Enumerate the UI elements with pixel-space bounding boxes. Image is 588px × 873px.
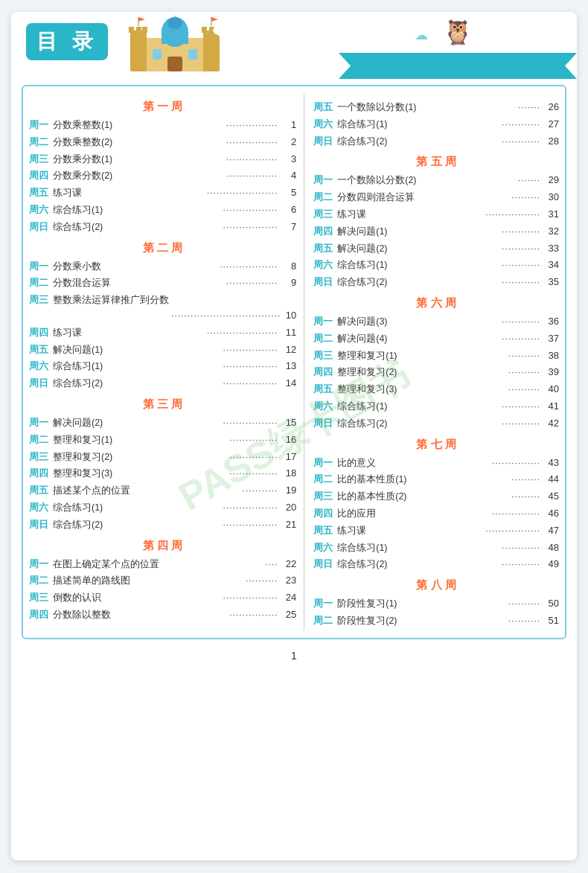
dots: ·································· xyxy=(171,310,283,321)
dots: ·········· xyxy=(440,349,543,363)
dots: ·········· xyxy=(440,597,543,611)
dots: ············ xyxy=(440,258,543,272)
page-num: 25 xyxy=(280,607,296,623)
page-num: 40 xyxy=(543,382,559,397)
day-label: 周日 xyxy=(29,376,51,391)
page-num: 23 xyxy=(280,573,296,589)
dots: ······· xyxy=(440,173,543,188)
page-num: 17 xyxy=(280,450,296,465)
item-text: 综合练习(1) xyxy=(336,540,439,555)
day-label: 周五 xyxy=(313,100,336,115)
list-item: 周五 描述某个点的位置 ··········· 19 xyxy=(29,483,296,499)
page-num: 39 xyxy=(543,365,559,380)
list-item: 周一 比的意义 ··············· 43 xyxy=(313,455,559,471)
item-text: 解决问题(2) xyxy=(336,241,439,256)
day-label: 周二 xyxy=(313,472,336,487)
item-text: 练习课 xyxy=(51,325,166,340)
day-label: 周四 xyxy=(313,365,336,380)
list-item: 周四 整理和复习(3) ··············· 18 xyxy=(29,466,296,482)
page-num: 2 xyxy=(280,135,296,150)
page-num: 33 xyxy=(543,241,559,257)
day-label: 周二 xyxy=(29,275,51,291)
list-item: 周日 综合练习(2) ················· 21 xyxy=(29,517,296,533)
item-text: 比的意义 xyxy=(336,455,439,470)
svg-rect-4 xyxy=(136,27,141,33)
day-label: 周三 xyxy=(313,489,336,505)
page-num: 46 xyxy=(543,506,559,522)
page-num: 6 xyxy=(280,202,296,218)
dots: ········· xyxy=(440,490,543,504)
day-label: 周二 xyxy=(29,573,51,589)
day-label: 周一 xyxy=(29,259,51,275)
list-item: 周四 分数乘分数(2) ················ 4 xyxy=(29,168,296,184)
svg-rect-2 xyxy=(203,31,220,71)
item-text: 综合练习(1) xyxy=(51,500,166,515)
list-item: 周一 解决问题(3) ············ 36 xyxy=(313,314,559,330)
list-item: 周日 综合练习(2) ················· 14 xyxy=(29,376,296,391)
page-num: 12 xyxy=(280,342,296,358)
dots: ··············· xyxy=(440,507,543,521)
day-label: 周四 xyxy=(313,224,336,240)
dots: ·········· xyxy=(440,614,543,628)
list-item: 周一 一个数除以分数(2) ······· 29 xyxy=(313,173,559,188)
list-item: 周三 比的基本性质(2) ········· 45 xyxy=(313,489,559,505)
item-text: 综合练习(1) xyxy=(51,202,166,217)
header-ribbon xyxy=(339,53,577,79)
dots: ················ xyxy=(166,118,280,132)
item-text: 解决问题(1) xyxy=(51,342,166,357)
item-text: 综合练习(2) xyxy=(336,275,439,290)
page-num: 24 xyxy=(280,590,296,606)
page: 目 录 xyxy=(11,12,577,860)
dots: ············ xyxy=(440,332,543,346)
dots: ········· xyxy=(440,473,543,487)
day-label: 周六 xyxy=(29,500,51,516)
day-label: 周五 xyxy=(29,342,51,358)
week-8-title: 第 八 周 xyxy=(313,578,559,592)
dots: ········· xyxy=(440,191,543,205)
svg-rect-6 xyxy=(202,27,207,33)
dots: ················· xyxy=(166,359,280,374)
page-num: 50 xyxy=(543,596,559,612)
page-num: 51 xyxy=(543,613,559,629)
svg-point-22 xyxy=(213,26,226,35)
page-num: 20 xyxy=(280,500,296,516)
dots: ··············· xyxy=(166,433,280,447)
list-item: 周五 练习课 ······················ 5 xyxy=(29,185,296,201)
day-label: 周二 xyxy=(29,432,51,448)
page-num: 7 xyxy=(280,220,296,235)
day-label: 周五 xyxy=(313,382,336,397)
item-text: 一个数除以分数(1) xyxy=(336,100,439,115)
dots: ·················· xyxy=(166,260,280,274)
item-text: 综合练习(2) xyxy=(336,557,439,572)
item-text: 综合练习(2) xyxy=(336,134,439,149)
week-6-title: 第 六 周 xyxy=(313,296,559,310)
page-num: 34 xyxy=(543,258,559,273)
list-item: 周四 分数除以整数 ··············· 25 xyxy=(29,607,296,623)
page-num: 14 xyxy=(280,376,296,391)
item-text: 解决问题(3) xyxy=(336,314,439,329)
list-item: 周三 练习课 ················· 31 xyxy=(313,207,559,223)
list-item: 周六 综合练习(1) ············ 27 xyxy=(313,117,559,132)
page-num: 21 xyxy=(280,517,296,533)
list-item: 周三 倒数的认识 ················· 24 xyxy=(29,590,296,606)
week4-continuation: 周五 一个数除以分数(1) ······· 26 周六 综合练习(1) ····… xyxy=(313,100,559,149)
item-text: 阶段性复习(1) xyxy=(336,596,439,611)
dots: ··············· xyxy=(166,467,280,481)
item-text: 整理和复习(3) xyxy=(336,382,439,397)
day-label: 周三 xyxy=(29,292,51,308)
dots: ················· xyxy=(166,591,280,605)
left-column: 第 一 周 周一 分数乘整数(1) ················ 1 周二 … xyxy=(29,94,304,630)
list-item: 周五 一个数除以分数(1) ······· 26 xyxy=(313,100,559,115)
page-num: 47 xyxy=(543,523,559,539)
title-box: 目 录 xyxy=(26,23,108,60)
day-label: 周五 xyxy=(29,185,51,201)
list-item: 周四 整理和复习(2) ·········· 39 xyxy=(313,365,559,380)
svg-point-21 xyxy=(227,24,242,34)
day-label: 周一 xyxy=(313,314,336,330)
list-item: 周三 整理和复习(2) ··············· 17 xyxy=(29,450,296,465)
day-label: 周六 xyxy=(313,540,336,556)
dots: ················ xyxy=(166,153,280,167)
page-num: 26 xyxy=(543,100,559,115)
day-label: 周六 xyxy=(313,258,336,273)
toc-content: 第 一 周 周一 分数乘整数(1) ················ 1 周二 … xyxy=(22,85,566,639)
